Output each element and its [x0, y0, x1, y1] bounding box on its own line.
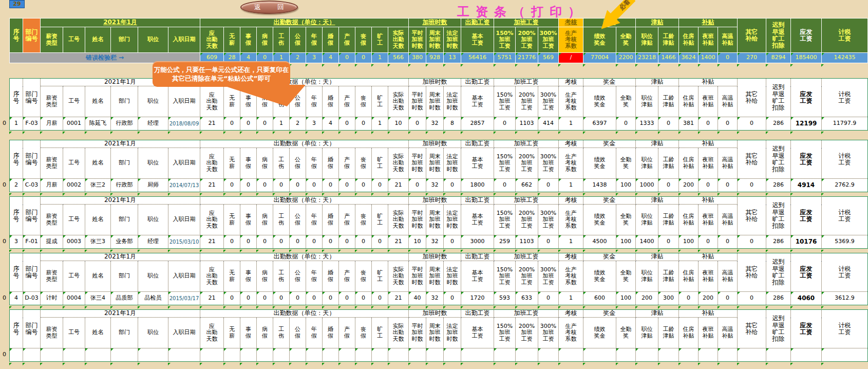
column-header-cell[interactable]: 婚 假	[323, 86, 339, 117]
employee-data-cell[interactable]: 2	[290, 117, 306, 131]
group-header-cell[interactable]: 加班工资	[494, 310, 559, 318]
column-header-cell[interactable]: 平时 加班 时数	[409, 261, 426, 292]
column-header-cell[interactable]: 绩效 奖金	[583, 148, 616, 179]
employee-data-cell[interactable]: 厨师	[138, 179, 168, 192]
group-header-cell[interactable]: 考核	[559, 310, 583, 318]
column-header-cell[interactable]: 工号	[63, 205, 85, 235]
employee-data-cell[interactable]: 11797.9	[822, 117, 868, 131]
column-header-cell[interactable]: 应发 工资	[791, 140, 822, 179]
column-header-cell[interactable]: 周末 加班 时数	[426, 27, 444, 53]
column-header-cell[interactable]: 工号	[63, 27, 85, 53]
employee-data-cell[interactable]: 0	[718, 117, 738, 131]
column-header-cell[interactable]: 职位 津贴	[636, 27, 658, 53]
employee-data-cell[interactable]: 3612.9	[822, 292, 868, 305]
column-header-cell[interactable]: 其它 补给	[738, 79, 766, 117]
column-header-cell[interactable]: 产 假	[339, 205, 355, 235]
employee-data-cell[interactable]: 0	[718, 179, 738, 192]
group-header-cell[interactable]: 出勤工资	[461, 197, 494, 205]
employee-data-cell[interactable]: 1	[372, 117, 388, 131]
summary-value-cell[interactable]: 270	[738, 53, 766, 63]
column-header-cell[interactable]: 住房 补贴	[679, 148, 699, 179]
column-header-cell[interactable]: 全勤 奖	[616, 261, 636, 292]
summary-value-cell[interactable]: 2	[290, 53, 306, 63]
employee-data-cell[interactable]: 0	[257, 179, 273, 192]
group-header-cell[interactable]: 2021年1月	[41, 310, 200, 318]
column-header-cell[interactable]: 旷 工	[372, 148, 388, 179]
column-header-cell[interactable]: 工 伤	[273, 27, 290, 53]
column-header-cell[interactable]: 职位 津贴	[636, 86, 658, 117]
column-header-cell[interactable]: 部门	[111, 27, 138, 53]
employee-data-cell[interactable]: 1438	[583, 179, 616, 192]
column-header-cell[interactable]: 200% 加班 工资	[516, 86, 538, 117]
column-header-cell[interactable]: 基本 工资	[461, 318, 494, 348]
employee-data-cell[interactable]: 21	[388, 179, 409, 192]
column-header-cell[interactable]: 产 假	[339, 318, 355, 348]
column-header-cell[interactable]: 法定 加班 时数	[444, 148, 461, 179]
employee-data-cell[interactable]	[323, 348, 339, 362]
column-header-cell[interactable]: 工龄 津贴	[658, 148, 679, 179]
employee-data-cell[interactable]: 计时	[41, 292, 63, 305]
group-header-cell[interactable]: 津贴	[636, 19, 679, 27]
column-header-cell[interactable]: 丧 假	[355, 86, 372, 117]
column-header-cell[interactable]: 夜班 补贴	[699, 205, 718, 235]
employee-data-cell[interactable]: 0	[372, 235, 388, 249]
column-header-cell[interactable]: 部门 编号	[23, 19, 41, 53]
employee-data-cell[interactable]	[516, 348, 538, 362]
employee-data-cell[interactable]: 1000	[636, 179, 658, 192]
employee-data-cell[interactable]: 0	[616, 117, 636, 131]
column-header-cell[interactable]: 丧 假	[355, 205, 372, 235]
group-header-cell[interactable]: 考核	[559, 197, 583, 205]
summary-value-cell[interactable]: 142435	[822, 53, 868, 63]
employee-data-cell[interactable]: 0	[240, 117, 257, 131]
employee-data-cell[interactable]: 1	[273, 117, 290, 131]
employee-data-cell[interactable]: 经理	[138, 117, 168, 131]
column-header-cell[interactable]: 150% 加班 工资	[494, 27, 516, 53]
column-header-cell[interactable]: 生产 考核 系数	[559, 318, 583, 348]
column-header-cell[interactable]: 入职日期	[168, 148, 200, 179]
employee-data-cell[interactable]	[41, 348, 63, 362]
summary-value-cell[interactable]: 928	[426, 53, 444, 63]
employee-data-cell[interactable]: 0	[273, 179, 290, 192]
column-header-cell[interactable]: 200% 加班 工资	[516, 148, 538, 179]
column-header-cell[interactable]: 无 薪	[224, 318, 240, 348]
employee-data-cell[interactable]: 0	[409, 117, 426, 131]
column-header-cell[interactable]: 生产 考核 系数	[559, 27, 583, 53]
column-header-cell[interactable]: 住房 补贴	[679, 86, 699, 117]
column-header-cell[interactable]: 高温 补贴	[718, 27, 738, 53]
employee-data-cell[interactable]: 0	[306, 179, 323, 192]
column-header-cell[interactable]: 丧 假	[355, 148, 372, 179]
employee-data-cell[interactable]: 259	[494, 235, 516, 249]
column-header-cell[interactable]: 200% 加班 工资	[516, 318, 538, 348]
group-header-cell[interactable]: 奖金	[583, 140, 636, 148]
group-header-cell[interactable]: 津贴	[636, 197, 679, 205]
column-header-cell[interactable]: 姓名	[85, 205, 111, 235]
employee-data-cell[interactable]: 0	[240, 179, 257, 192]
column-header-cell[interactable]: 绩效 奖金	[583, 205, 616, 235]
column-header-cell[interactable]: 实际 出勤 天数	[388, 205, 409, 235]
employee-data-cell[interactable]	[616, 348, 636, 362]
employee-data-cell[interactable]: 0	[290, 235, 306, 249]
column-header-cell[interactable]: 高温 补贴	[718, 86, 738, 117]
employee-data-cell[interactable]: 12199	[791, 117, 822, 131]
column-header-cell[interactable]: 生产 考核 系数	[559, 86, 583, 117]
summary-value-cell[interactable]: 0	[355, 53, 372, 63]
column-header-cell[interactable]: 婚 假	[323, 318, 339, 348]
column-header-cell[interactable]: 工号	[63, 261, 85, 292]
group-header-cell[interactable]: 出勤工资	[461, 140, 494, 148]
column-header-cell[interactable]: 200% 加班 工资	[516, 205, 538, 235]
column-header-cell[interactable]: 产 假	[339, 261, 355, 292]
column-header-cell[interactable]: 薪资 类型	[41, 148, 63, 179]
employee-data-cell[interactable]: 0	[240, 235, 257, 249]
employee-data-cell[interactable]: 0001	[63, 117, 85, 131]
employee-data-cell[interactable]: 21	[200, 292, 224, 305]
employee-data-cell[interactable]	[23, 348, 41, 362]
column-header-cell[interactable]: 实际 出勤 天数	[388, 261, 409, 292]
column-header-cell[interactable]: 高温 补贴	[718, 261, 738, 292]
employee-data-cell[interactable]: 200	[679, 179, 699, 192]
group-header-cell[interactable]: 出勤数据（单位：天）	[200, 19, 409, 27]
column-header-cell[interactable]: 生产 考核 系数	[559, 148, 583, 179]
column-header-cell[interactable]: 事 假	[240, 27, 257, 53]
employee-data-cell[interactable]: 0	[257, 292, 273, 305]
column-header-cell[interactable]: 夜班 补贴	[699, 86, 718, 117]
column-header-cell[interactable]: 法定 加班 时数	[444, 27, 461, 53]
